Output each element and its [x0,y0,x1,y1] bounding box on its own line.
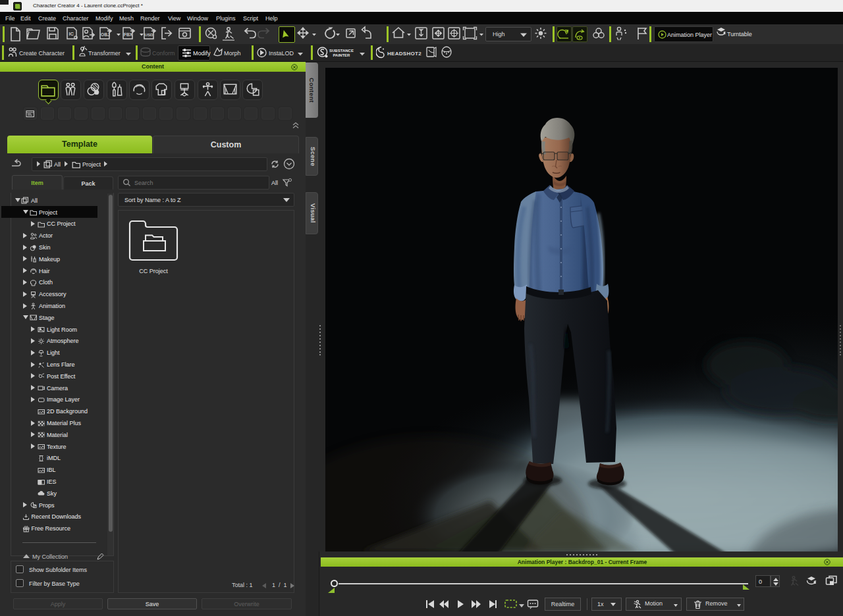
svg-text:USD: USD [145,32,154,37]
svg-text:OBJ: OBJ [101,32,110,37]
svg-text:FBX: FBX [124,32,133,37]
svg-text:IC: IC [69,31,74,37]
